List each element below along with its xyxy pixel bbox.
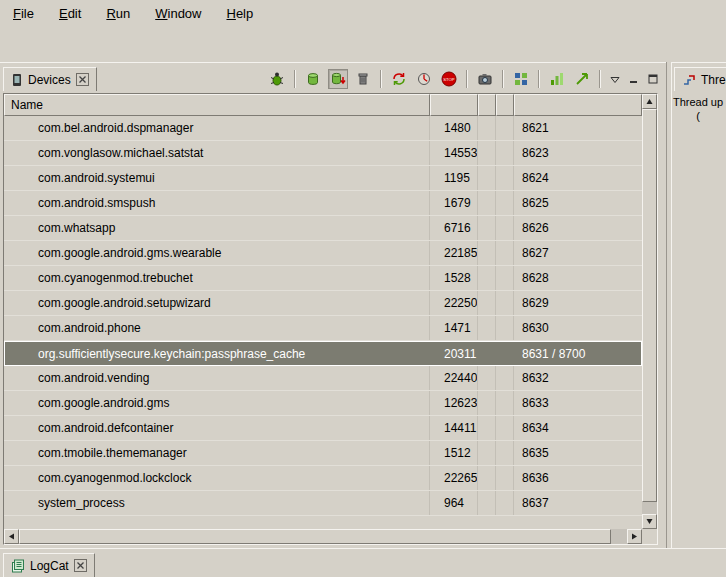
table-row[interactable]: com.android.smspush 1679 8625 bbox=[4, 191, 642, 216]
cell-empty bbox=[478, 291, 496, 315]
tab-logcat[interactable]: LogCat bbox=[3, 553, 95, 577]
stop-process-icon[interactable]: STOP bbox=[439, 69, 459, 89]
column-header[interactable] bbox=[496, 94, 514, 116]
cell-empty bbox=[478, 141, 496, 165]
cell-empty bbox=[478, 316, 496, 340]
cell-pid: 1195 bbox=[430, 166, 478, 190]
table-row[interactable]: org.sufficientlysecure.keychain:passphra… bbox=[4, 341, 642, 366]
maximize-icon[interactable] bbox=[646, 72, 660, 86]
cause-gc-icon[interactable] bbox=[353, 69, 373, 89]
threads-panel: Threads Thread up ( bbox=[671, 62, 726, 549]
scrollbar-corner bbox=[642, 529, 657, 544]
scroll-up-icon[interactable] bbox=[642, 94, 657, 109]
cell-empty bbox=[496, 141, 514, 165]
cell-port: 8629 bbox=[514, 291, 642, 315]
horizontal-scrollbar-thumb[interactable] bbox=[19, 529, 611, 544]
cell-empty bbox=[496, 366, 514, 390]
scroll-down-icon[interactable] bbox=[642, 514, 657, 529]
menu-window[interactable]: Window bbox=[152, 4, 204, 23]
cell-name: com.google.android.gms.wearable bbox=[4, 241, 430, 265]
cell-pid: 1480 bbox=[430, 116, 478, 140]
table-row[interactable]: com.cyanogenmod.trebuchet 1528 8628 bbox=[4, 266, 642, 291]
cell-name: com.cyanogenmod.lockclock bbox=[4, 466, 430, 490]
cell-name: com.bel.android.dspmanager bbox=[4, 116, 430, 140]
dump-hprof-icon[interactable] bbox=[328, 69, 348, 89]
cell-empty bbox=[496, 416, 514, 440]
table-row[interactable]: com.tmobile.thememanager 1512 8635 bbox=[4, 441, 642, 466]
menubar: File Edit Run Window Help bbox=[0, 0, 726, 26]
close-icon[interactable] bbox=[74, 559, 87, 572]
cell-empty bbox=[478, 366, 496, 390]
minimize-icon[interactable] bbox=[627, 72, 641, 86]
vertical-scrollbar[interactable] bbox=[642, 94, 657, 529]
cell-empty bbox=[496, 466, 514, 490]
scroll-left-icon[interactable] bbox=[4, 529, 19, 544]
tab-devices[interactable]: Devices bbox=[3, 67, 97, 91]
table-row[interactable]: com.android.defcontainer 14411 8634 bbox=[4, 416, 642, 441]
table-row[interactable]: com.google.android.gms.wearable 22185 86… bbox=[4, 241, 642, 266]
cell-empty bbox=[478, 491, 496, 515]
view-menu-icon[interactable] bbox=[608, 72, 622, 86]
cell-port: 8636 bbox=[514, 466, 642, 490]
table-row[interactable]: com.google.android.setupwizard 22250 862… bbox=[4, 291, 642, 316]
horizontal-scrollbar[interactable] bbox=[4, 529, 642, 544]
tab-threads[interactable]: Threads bbox=[674, 67, 726, 91]
devices-tabbar: Devices bbox=[0, 63, 666, 93]
toolbar-separator bbox=[294, 70, 296, 88]
table-row[interactable]: com.android.phone 1471 8630 bbox=[4, 316, 642, 341]
screen-capture-icon[interactable] bbox=[475, 69, 495, 89]
systrace-icon[interactable] bbox=[547, 69, 567, 89]
menu-run[interactable]: Run bbox=[103, 4, 133, 23]
cell-empty bbox=[478, 441, 496, 465]
table-row[interactable]: com.cyanogenmod.lockclock 22265 8636 bbox=[4, 466, 642, 491]
table-row[interactable]: com.android.vending 22440 8632 bbox=[4, 366, 642, 391]
cell-name: com.google.android.setupwizard bbox=[4, 291, 430, 315]
cell-name: com.cyanogenmod.trebuchet bbox=[4, 266, 430, 290]
cell-empty bbox=[478, 241, 496, 265]
table-row[interactable]: com.whatsapp 6716 8626 bbox=[4, 216, 642, 241]
debug-icon[interactable] bbox=[267, 69, 287, 89]
table-row[interactable]: system_process 964 8637 bbox=[4, 491, 642, 516]
vertical-scrollbar-thumb[interactable] bbox=[642, 109, 657, 502]
close-icon[interactable] bbox=[76, 73, 89, 86]
table-row[interactable]: com.vonglasow.michael.satstat 14553 8623 bbox=[4, 141, 642, 166]
toolbar-separator bbox=[599, 70, 601, 88]
cell-empty bbox=[478, 342, 496, 365]
tab-devices-label: Devices bbox=[28, 73, 71, 87]
cell-port: 8635 bbox=[514, 441, 642, 465]
update-heap-icon[interactable] bbox=[303, 69, 323, 89]
menu-help[interactable]: Help bbox=[223, 4, 256, 23]
toolbar-separator bbox=[380, 70, 382, 88]
cell-empty bbox=[496, 441, 514, 465]
method-profiling-icon[interactable] bbox=[414, 69, 434, 89]
hierarchy-view-icon[interactable] bbox=[511, 69, 531, 89]
application-window: File Edit Run Window Help Devices bbox=[0, 0, 726, 577]
cell-name: com.vonglasow.michael.satstat bbox=[4, 141, 430, 165]
menu-edit[interactable]: Edit bbox=[56, 4, 84, 23]
opengl-trace-icon[interactable] bbox=[572, 69, 592, 89]
scroll-right-icon[interactable] bbox=[627, 529, 642, 544]
column-header[interactable] bbox=[478, 94, 496, 116]
update-threads-icon[interactable] bbox=[389, 69, 409, 89]
cell-empty bbox=[478, 191, 496, 215]
cell-port: 8637 bbox=[514, 491, 642, 515]
stop-label: STOP bbox=[443, 77, 455, 82]
cell-pid: 1528 bbox=[430, 266, 478, 290]
cell-port: 8630 bbox=[514, 316, 642, 340]
cell-pid: 22265 bbox=[430, 466, 478, 490]
menu-file[interactable]: File bbox=[10, 4, 37, 23]
cell-empty bbox=[478, 466, 496, 490]
table-row[interactable]: com.google.android.gms 12623 8633 bbox=[4, 391, 642, 416]
column-header-port[interactable] bbox=[514, 94, 642, 116]
column-header-pid[interactable] bbox=[430, 94, 478, 116]
column-header-name[interactable]: Name bbox=[4, 94, 430, 116]
cell-empty bbox=[496, 116, 514, 140]
devices-table: Name com.bel.android.dspmanager 1480 862… bbox=[3, 93, 658, 545]
cell-empty bbox=[496, 491, 514, 515]
cell-empty bbox=[496, 166, 514, 190]
device-tab-icon bbox=[11, 73, 23, 87]
cell-pid: 1471 bbox=[430, 316, 478, 340]
table-row[interactable]: com.bel.android.dspmanager 1480 8621 bbox=[4, 116, 642, 141]
table-row[interactable]: com.android.systemui 1195 8624 bbox=[4, 166, 642, 191]
cell-empty bbox=[478, 266, 496, 290]
